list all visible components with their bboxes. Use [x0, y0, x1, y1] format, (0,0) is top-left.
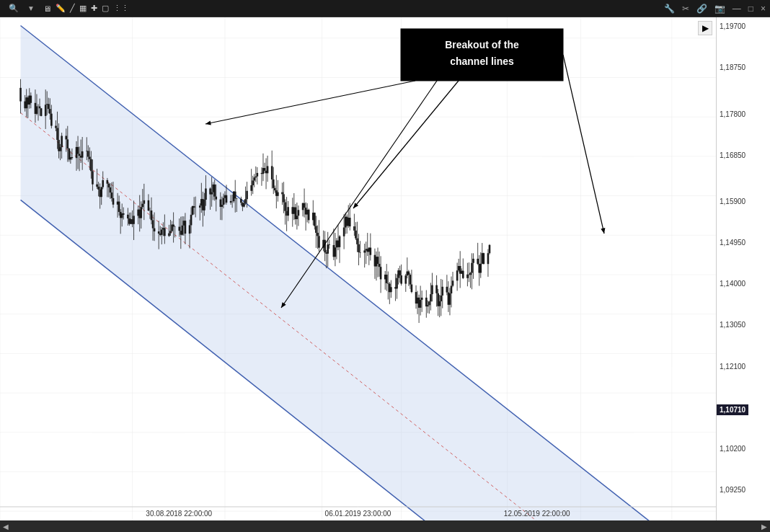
maximize-icon[interactable]: □ [748, 4, 753, 14]
search-icon[interactable]: 🔍 [9, 4, 19, 13]
bottom-scrollbar[interactable]: ◀▶ [0, 520, 770, 532]
titlebar: 🔍 ▼ 🖥 ✏️ ╱ ▦ ✚ ▢ ⋮⋮ 🔧 ✂ 🔗 📷 — □ × [0, 0, 770, 17]
tools-icon[interactable]: 🔧 [664, 4, 675, 14]
price-label: 1,17800 [720, 110, 745, 118]
price-label: 1,14950 [720, 239, 745, 247]
bar-chart-icon[interactable]: ▦ [79, 4, 87, 13]
link-icon[interactable]: 🔗 [696, 4, 707, 14]
chart-type-dropdown-icon[interactable]: ▼ [27, 4, 35, 12]
titlebar-left: 🔍 ▼ 🖥 ✏️ ╱ ▦ ✚ ▢ ⋮⋮ [4, 4, 129, 13]
plus-icon[interactable]: ✚ [91, 4, 97, 13]
expand-button[interactable]: ▶ [698, 21, 712, 35]
scroll-right-icon[interactable]: ▶ [761, 523, 767, 531]
pencil-icon[interactable]: ✏️ [56, 4, 66, 13]
price-label: 1,12100 [720, 363, 745, 371]
square-icon[interactable]: ▢ [102, 4, 109, 13]
price-label: 1,10200 [720, 445, 745, 453]
scroll-left-icon[interactable]: ◀ [3, 523, 9, 531]
cut-icon[interactable]: ✂ [682, 4, 689, 14]
chart-container: ▶ 1,197001,187501,178001,168501,159001,1… [0, 17, 770, 532]
monitor-icon[interactable]: 🖥 [43, 4, 51, 13]
price-label: 1,19700 [720, 22, 745, 30]
price-label: 1,14000 [720, 280, 745, 288]
price-label: 1,16850 [720, 151, 745, 159]
price-label: 1,18750 [720, 63, 745, 71]
price-label: 1,15900 [720, 198, 745, 205]
chart-area[interactable]: ▶ [0, 17, 716, 532]
minimize-icon[interactable]: — [733, 4, 741, 14]
price-axis: 1,197001,187501,178001,168501,159001,149… [716, 17, 770, 532]
price-label: 1,13050 [720, 321, 745, 329]
grid-icon[interactable]: ⋮⋮ [113, 4, 129, 13]
close-icon[interactable]: × [761, 4, 766, 14]
current-price-badge: 1,10710 [717, 404, 748, 415]
titlebar-right: 🔧 ✂ 🔗 📷 — □ × [664, 4, 766, 14]
camera-icon[interactable]: 📷 [714, 4, 725, 14]
price-label: 1,09250 [720, 486, 745, 494]
line-icon[interactable]: ╱ [70, 4, 75, 13]
chart-canvas [0, 17, 716, 532]
